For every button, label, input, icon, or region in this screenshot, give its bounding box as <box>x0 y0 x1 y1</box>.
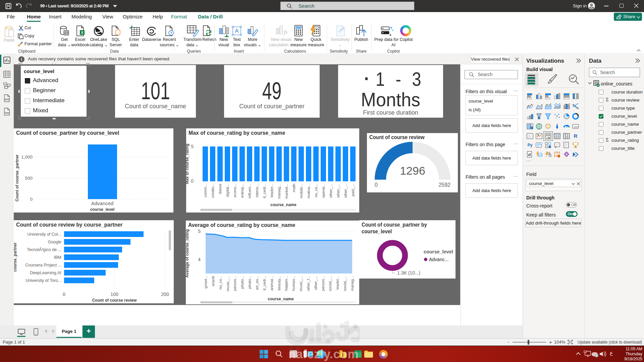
svg-text:0: 0 <box>375 182 378 188</box>
svg-text:Average of course_rating: Average of course_rating <box>186 229 190 278</box>
svg-text:123: 123 <box>538 154 542 156</box>
svg-text:Count of course_partner: Count of course_partner <box>15 155 19 201</box>
svg-text:other_...: other_... <box>329 184 333 198</box>
svg-text:no_co...: no_co... <box>314 184 318 197</box>
svg-text:Google: Google <box>48 240 61 244</box>
svg-text:other_f...: other_f... <box>306 276 310 291</box>
svg-text:course_name: course_name <box>270 202 297 207</box>
svg-text:digital...: digital... <box>225 184 229 197</box>
svg-text:123: 123 <box>574 125 578 128</box>
svg-text:4: 4 <box>198 257 201 262</box>
svg-text:music_...: music_... <box>226 276 230 291</box>
svg-text:interio...: interio... <box>255 184 259 197</box>
svg-text:DAX: DAX <box>5 98 9 101</box>
svg-text:5: 5 <box>198 229 201 234</box>
svg-text:1,000: 1,000 <box>21 155 33 160</box>
svg-text:DeepLearning.AI: DeepLearning.AI <box>30 270 61 275</box>
svg-text:Advanc...: Advanc... <box>429 257 448 262</box>
svg-text:growt...: growt... <box>204 276 208 289</box>
svg-text:University of Col...: University of Col... <box>28 232 61 237</box>
svg-text:Py: Py <box>528 143 533 147</box>
svg-text:fx: fx <box>284 29 287 35</box>
svg-text:manag...: manag... <box>277 184 281 199</box>
svg-text:course_name: course_name <box>268 297 294 301</box>
svg-text:no_co...: no_co... <box>218 276 222 290</box>
svg-text:photo...: photo... <box>240 276 244 289</box>
svg-text:entrep...: entrep... <box>240 184 244 198</box>
svg-text:person...: person... <box>233 276 237 291</box>
svg-text:human...: human... <box>291 276 296 291</box>
svg-text:math: math <box>292 184 296 192</box>
svg-text:IBM: IBM <box>54 255 61 260</box>
svg-text:social_...: social_... <box>343 276 347 291</box>
svg-text:Max of course_rating: Max of course_rating <box>186 144 190 184</box>
svg-text:TecnolÃ³gico de ...: TecnolÃ³gico de ... <box>27 247 61 252</box>
svg-text:operat...: operat... <box>321 184 325 198</box>
svg-text:beauty...: beauty... <box>277 276 281 290</box>
svg-text:manag...: manag... <box>350 276 354 291</box>
svg-text:other_...: other_... <box>336 184 340 198</box>
svg-text:market...: market... <box>284 184 288 199</box>
svg-text:other_...: other_... <box>343 184 347 198</box>
svg-text:A: A <box>235 28 239 34</box>
svg-text:motiva...: motiva... <box>307 184 311 198</box>
svg-text:oracle: oracle <box>211 276 215 286</box>
svg-text:0: 0 <box>63 292 65 297</box>
svg-text:course_level: course_level <box>424 249 453 254</box>
svg-text:R: R <box>574 133 578 139</box>
svg-text:Advanced: Advanced <box>91 200 114 206</box>
svg-text:Coursera Project ...: Coursera Project ... <box>25 263 61 267</box>
svg-text:other_...: other_... <box>314 276 318 290</box>
svg-text:5: 5 <box>191 144 194 149</box>
svg-text:1296: 1296 <box>400 164 425 177</box>
svg-text:it_certi...: it_certi... <box>262 184 266 198</box>
svg-text:art_an...: art_an... <box>255 276 259 290</box>
svg-text:Count of course review: Count of course review <box>92 298 137 303</box>
svg-text:0: 0 <box>191 178 194 184</box>
svg-text:person...: person... <box>321 276 325 291</box>
svg-text:comm...: comm... <box>203 184 207 197</box>
svg-text:music_...: music_... <box>299 276 303 291</box>
svg-text:1.3K (10...): 1.3K (10...) <box>397 270 420 276</box>
svg-text:dance: dance <box>218 184 222 194</box>
svg-text:course_level: course_level <box>90 207 115 212</box>
svg-text:leader...: leader... <box>335 276 339 290</box>
svg-text:0: 0 <box>30 197 33 202</box>
svg-text:animat...: animat... <box>270 276 274 291</box>
svg-text:500: 500 <box>25 176 33 181</box>
svg-text:2592: 2592 <box>438 182 450 188</box>
svg-text:TMDL: TMDL <box>5 112 10 114</box>
svg-text:it_certi...: it_certi... <box>262 276 266 290</box>
svg-text:University of Toro...: University of Toro... <box>25 278 61 283</box>
svg-text:200: 200 <box>161 292 169 297</box>
svg-text:creativ...: creativ... <box>211 184 215 198</box>
svg-text:100: 100 <box>110 292 118 297</box>
svg-text:X: X <box>81 31 84 35</box>
svg-text:influen...: influen... <box>248 184 252 198</box>
svg-text:mobile...: mobile... <box>299 184 303 198</box>
svg-text:econo...: econo... <box>233 184 237 197</box>
svg-text:social_...: social_... <box>328 276 332 291</box>
svg-text:leader...: leader... <box>270 184 274 197</box>
svg-text:course_partner: course_partner <box>14 242 17 272</box>
svg-text:photo...: photo... <box>248 276 252 289</box>
svg-text:paid_...: paid_... <box>351 184 355 196</box>
svg-text:happin...: happin... <box>284 276 288 291</box>
